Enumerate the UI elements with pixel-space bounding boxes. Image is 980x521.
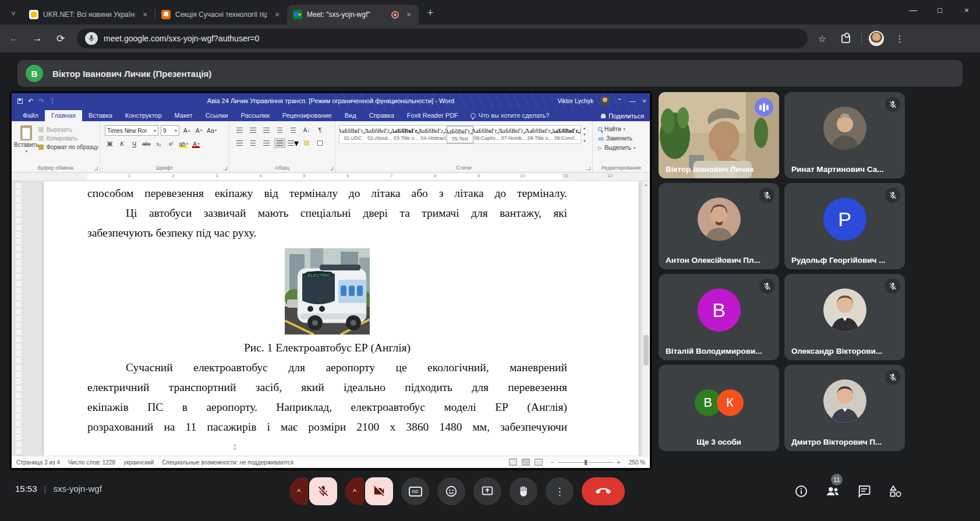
tab-foxit[interactable]: Foxit Reader PDF	[401, 110, 465, 121]
present-button[interactable]	[473, 477, 501, 505]
tab-view[interactable]: Вид	[338, 110, 363, 121]
style-07[interactable]: АаБбВвГг,Д07-Numb...	[500, 126, 527, 143]
shrink-font-button[interactable]: А▾	[194, 126, 204, 136]
language-indicator[interactable]: украинский	[123, 459, 154, 466]
url-text[interactable]: meet.google.com/sxs-yojn-wgf?authuser=0	[104, 34, 259, 43]
mic-options-chevron[interactable]: ^	[289, 477, 308, 505]
browser-menu-icon[interactable]: ⋮	[891, 30, 908, 47]
strikethrough-button[interactable]: abc	[141, 139, 151, 149]
styles-gallery-arrows[interactable]: ▴▾▾	[582, 124, 587, 145]
superscript-button[interactable]: x²	[166, 139, 176, 149]
reactions-button[interactable]	[437, 477, 465, 505]
borders-icon[interactable]	[314, 138, 326, 148]
word-count[interactable]: Число слов: 1228	[68, 459, 115, 466]
bookmark-star-icon[interactable]: ☆	[813, 30, 831, 47]
vertical-scrollbar[interactable]: ▴	[642, 181, 650, 456]
shading-icon[interactable]	[301, 138, 312, 148]
tab-design[interactable]: Конструктор	[119, 110, 168, 121]
participant-tile-rynat[interactable]: Ринат Мартинович Са...	[784, 92, 905, 178]
bold-button[interactable]: Ж	[105, 139, 115, 149]
word-document-area[interactable]: способом перевезення екіпажу від терміна…	[12, 181, 650, 456]
tab-layout[interactable]: Макет	[168, 110, 199, 121]
word-close-button[interactable]: ×	[643, 97, 646, 104]
word-minimize-button[interactable]: —	[629, 97, 636, 104]
subscript-button[interactable]: x₂	[154, 139, 164, 149]
tell-me-box[interactable]: Что вы хотите сделать?	[465, 110, 556, 121]
address-bar[interactable]: meet.google.com/sxs-yojn-wgf?authuser=0	[77, 29, 808, 48]
italic-button[interactable]: К	[117, 139, 127, 149]
maximize-button[interactable]: □	[926, 0, 953, 20]
align-left-icon[interactable]	[234, 138, 245, 148]
accessibility-status[interactable]: Специальные возможности: не поддерживают…	[162, 459, 293, 466]
participant-tile-lychyk[interactable]: Віктор Іванович Личик	[659, 92, 779, 178]
tab-meet-active[interactable]: Meet: "sxs-yojn-wgf" ×	[287, 5, 419, 24]
change-case-button[interactable]: Aa▾	[206, 126, 217, 136]
decrease-indent-icon[interactable]	[274, 125, 285, 135]
style-02[interactable]: АаБбВвГг,Д02-About...	[366, 126, 393, 143]
align-right-icon[interactable]	[261, 138, 272, 148]
replace-button[interactable]: abЗаменить	[598, 135, 645, 142]
tab-references[interactable]: Ссылки	[199, 110, 235, 121]
document-text[interactable]: способом перевезення екіпажу від терміна…	[87, 184, 567, 456]
zoom-slider[interactable]: − +	[551, 459, 621, 466]
multilevel-list-icon[interactable]	[261, 125, 272, 135]
bullets-icon[interactable]	[234, 125, 245, 135]
close-icon[interactable]: ×	[140, 9, 150, 20]
format-painter-button[interactable]: Формат по образцу	[38, 144, 98, 150]
participant-tile-rudolf[interactable]: Р Рудольф Георгійович ...	[784, 183, 905, 269]
tab-mailings[interactable]: Рассылки	[234, 110, 275, 121]
camera-options-chevron[interactable]: ^	[345, 477, 364, 505]
paste-button[interactable]: Вставить ▾	[14, 124, 38, 163]
styles-dialog-launcher[interactable]	[587, 167, 590, 170]
tab-insert[interactable]: Вставка	[82, 110, 119, 121]
find-button[interactable]: Найти▾	[598, 126, 645, 132]
numbering-icon[interactable]	[247, 125, 259, 135]
participant-tile-overflow[interactable]: В К Ще 3 особи	[659, 365, 779, 451]
highlight-color-button[interactable]: ab▾	[178, 139, 189, 149]
zoom-out-icon[interactable]: −	[551, 459, 554, 466]
zoom-level[interactable]: 250 %	[629, 459, 645, 466]
line-spacing-icon[interactable]: ▾	[288, 138, 299, 148]
page-indicator[interactable]: Страница 3 из 4	[16, 459, 60, 466]
style-04[interactable]: АаБбВвГг,Д04-Abstract	[420, 126, 447, 143]
end-call-button[interactable]	[582, 477, 625, 505]
participant-tile-anton[interactable]: Антон Олексійович Пл...	[659, 183, 779, 269]
tab-home[interactable]: Главная	[45, 110, 82, 121]
cut-button[interactable]: Вырезать	[38, 126, 98, 133]
style-05-selected[interactable]: АаБбВвГг,Д05-Text	[447, 126, 473, 143]
chat-button[interactable]	[857, 484, 872, 499]
style-03[interactable]: АаБбВвГг,Д03-Title of...	[393, 126, 420, 143]
close-icon[interactable]: ×	[404, 9, 414, 20]
font-name-select[interactable]: Times New Ror▾	[105, 125, 158, 136]
tab-help[interactable]: Справка	[363, 110, 401, 121]
scrollbar-thumb[interactable]	[643, 335, 649, 365]
reload-icon[interactable]: ⟳	[51, 29, 70, 48]
participant-tile-oleksandr[interactable]: Олександр Вікторови...	[784, 274, 905, 360]
new-tab-button[interactable]: +	[422, 5, 438, 21]
zoom-thumb[interactable]	[585, 460, 587, 465]
font-size-select[interactable]: 9▾	[161, 125, 179, 136]
print-layout-icon[interactable]	[522, 459, 530, 466]
screenshare-tile[interactable]: ↶ ↷ ⋮ Авіа 24 Личик Управління трансп. […	[9, 91, 652, 470]
share-button[interactable]: Поделиться	[601, 112, 644, 119]
extensions-icon[interactable]	[837, 30, 854, 47]
show-paragraph-marks-icon[interactable]: ¶	[314, 125, 326, 135]
underline-button[interactable]: Ч	[129, 139, 139, 149]
style-01[interactable]: АаБбВвГг,Д01-UDC	[339, 126, 366, 143]
captions-button[interactable]: CC	[401, 477, 429, 505]
people-button[interactable]: 11	[825, 484, 840, 499]
profile-avatar[interactable]	[868, 30, 885, 47]
participant-tile-dmytro[interactable]: Дмитро Вікторович П...	[784, 365, 905, 451]
tab-sektsia[interactable]: Секція Сучасні технології підпр ×	[155, 5, 287, 24]
more-options-button[interactable]: ⋮	[546, 477, 574, 505]
horizontal-ruler[interactable]: 1 2 3 4 5 6 7 8 9 10 11 12	[12, 173, 650, 181]
tab-review[interactable]: Рецензирование	[276, 110, 338, 121]
style-09[interactable]: АаБбВвГг,Д09-Conclu...	[554, 126, 581, 143]
style-08[interactable]: АаБбВвГг,Д08-Title of...	[527, 126, 554, 143]
style-06[interactable]: АаБбВвГг,Д06-Captio...	[473, 126, 500, 143]
close-window-button[interactable]: ×	[953, 0, 980, 20]
tab-search-button[interactable]: ˅	[5, 5, 22, 22]
font-dialog-launcher[interactable]	[224, 167, 227, 170]
camera-off-button[interactable]	[365, 477, 393, 505]
activities-button[interactable]	[888, 484, 903, 499]
